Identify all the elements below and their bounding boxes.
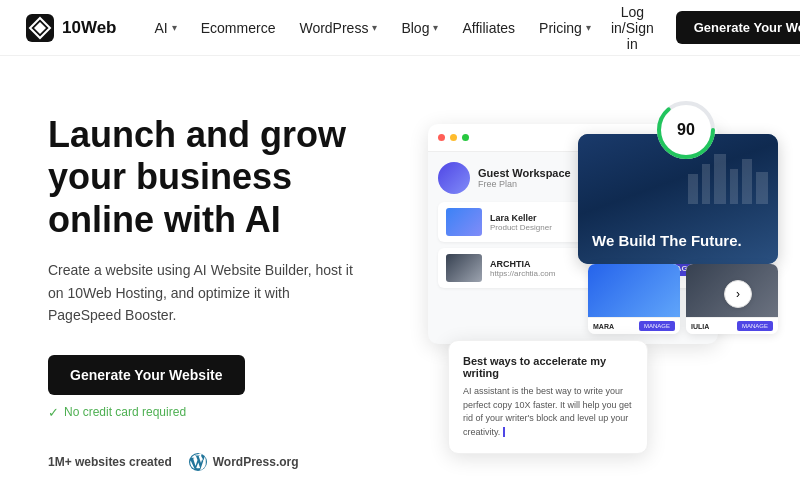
hero-left: Launch and grow your business online wit… (48, 104, 408, 472)
nav-item-ecommerce[interactable]: Ecommerce (191, 14, 286, 42)
logo-text: 10Web (62, 18, 117, 38)
svg-text:90: 90 (677, 121, 695, 138)
hero-generate-button[interactable]: Generate Your Website (48, 355, 245, 395)
chevron-down-icon: ▾ (433, 22, 438, 33)
writing-title: Best ways to accelerate my writing (463, 355, 633, 379)
user-plan: Free Plan (478, 179, 571, 189)
svg-rect-8 (730, 169, 738, 204)
window-maximize-dot (462, 134, 469, 141)
grid-manage-button-2[interactable]: MANAGE (737, 321, 773, 331)
chevron-down-icon: ▾ (586, 22, 591, 33)
check-icon: ✓ (48, 405, 59, 420)
grid-card-image-1 (588, 264, 680, 317)
grid-card-1: MARA MANAGE (588, 264, 680, 334)
hero-section: Launch and grow your business online wit… (0, 56, 800, 500)
chevron-down-icon: ▾ (172, 22, 177, 33)
nav-item-wordpress[interactable]: WordPress ▾ (289, 14, 387, 42)
grid-card-footer-1: MARA MANAGE (588, 317, 680, 334)
nav-item-ai[interactable]: AI ▾ (145, 14, 187, 42)
social-proof: 1M+ websites created WordPress.org (48, 452, 408, 472)
future-heading: We Build The Future. (592, 232, 764, 250)
writing-body: AI assistant is the best way to write yo… (463, 385, 633, 439)
svg-rect-10 (756, 172, 768, 204)
window-close-dot (438, 134, 445, 141)
window-minimize-dot (450, 134, 457, 141)
sites-count: 1M+ websites created (48, 455, 172, 469)
nav-item-affiliates[interactable]: Affiliates (452, 14, 525, 42)
wordpress-badge: WordPress.org (188, 452, 299, 472)
hero-subtext: Create a website using AI Website Builde… (48, 259, 358, 326)
grid-site-name-2: IULIA (691, 323, 709, 330)
nav-generate-button[interactable]: Generate Your Website (676, 11, 800, 44)
user-info: Guest Workspace Free Plan (478, 167, 571, 189)
speed-ring: 90 (655, 99, 717, 165)
navbar: 10Web AI ▾ Ecommerce WordPress ▾ Blog ▾ … (0, 0, 800, 56)
wordpress-icon (188, 452, 208, 472)
user-name: Guest Workspace (478, 167, 571, 179)
chevron-down-icon: ▾ (372, 22, 377, 33)
text-cursor (503, 427, 505, 437)
nav-links: AI ▾ Ecommerce WordPress ▾ Blog ▾ Affili… (145, 14, 601, 42)
nav-actions: Log in/Sign in Generate Your Website (601, 0, 800, 58)
grid-site-name-1: MARA (593, 323, 614, 330)
grid-manage-button-1[interactable]: MANAGE (639, 321, 675, 331)
carousel-next-button[interactable]: › (724, 280, 752, 308)
svg-rect-6 (702, 164, 710, 204)
svg-rect-5 (688, 174, 698, 204)
logo-icon (24, 12, 56, 44)
nav-item-pricing[interactable]: Pricing ▾ (529, 14, 601, 42)
site-thumbnail-2 (446, 254, 482, 282)
nav-item-blog[interactable]: Blog ▾ (391, 14, 448, 42)
site-thumbnail-1 (446, 208, 482, 236)
svg-rect-9 (742, 159, 752, 204)
grid-card-footer-2: IULIA MANAGE (686, 317, 778, 334)
writing-card: Best ways to accelerate my writing AI as… (448, 340, 648, 454)
user-avatar (438, 162, 470, 194)
signin-button[interactable]: Log in/Sign in (601, 0, 664, 58)
logo[interactable]: 10Web (24, 12, 117, 44)
hero-right: 90 › Guest Workspace Free Plan (428, 104, 752, 484)
hero-heading: Launch and grow your business online wit… (48, 114, 408, 241)
speed-gauge: 90 (655, 99, 717, 161)
no-credit-notice: ✓ No credit card required (48, 405, 408, 420)
